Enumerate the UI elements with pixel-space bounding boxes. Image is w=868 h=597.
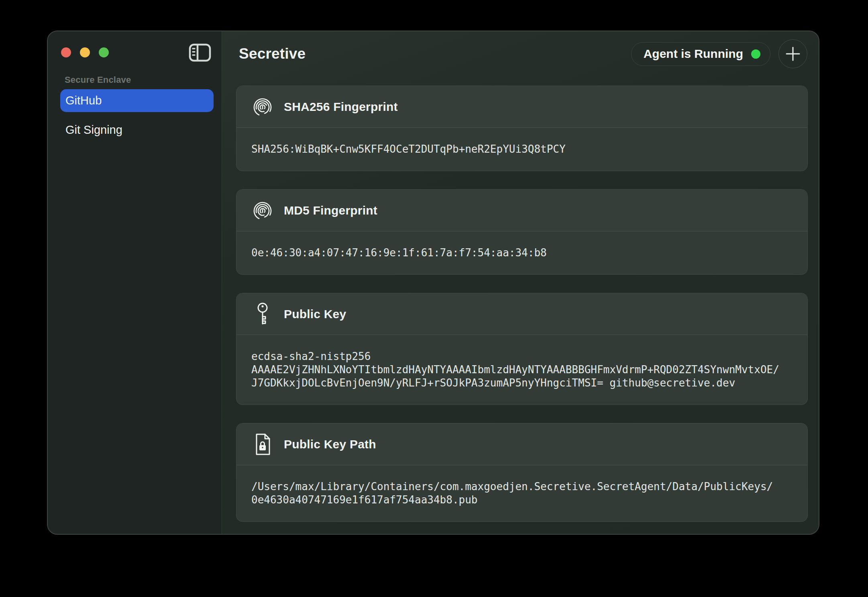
public-key-card: Public Key ecdsa-sha2-nistp256 AAAAE2VjZ… (236, 293, 808, 405)
public-key-line: AAAAE2VjZHNhLXNoYTItbmlzdHAyNTYAAAAIbmlz… (251, 363, 793, 376)
sidebar-item-github[interactable]: GitHub (60, 89, 214, 112)
main-header: Secretive Agent is Running (222, 31, 819, 67)
md5-fingerprint-card: MD5 Fingerprint 0e:46:30:a4:07:47:16:9e:… (236, 189, 808, 275)
page-title: Secretive (239, 45, 306, 62)
agent-status-label: Agent is Running (644, 47, 743, 61)
card-value: 0e:46:30:a4:07:47:16:9e:1f:61:7a:f7:54:a… (236, 231, 807, 274)
card-value: SHA256:WiBqBK+Cnw5KFF4OCeT2DUTqPb+neR2Ep… (236, 128, 807, 171)
app-window: Secure Enclave GitHub Git Signing Secret… (47, 31, 819, 535)
traffic-lights (61, 47, 109, 57)
card-title: Public Key Path (284, 438, 376, 451)
close-button[interactable] (61, 47, 71, 57)
card-title: Public Key (284, 307, 346, 321)
sidebar-item-git-signing[interactable]: Git Signing (60, 119, 214, 141)
card-title: SHA256 Fingerprint (284, 100, 398, 114)
sidebar-item-label: Git Signing (65, 123, 122, 137)
public-key-path-card: Public Key Path /Users/max/Library/Conta… (236, 423, 808, 522)
minimize-button[interactable] (80, 47, 90, 57)
agent-status-badge[interactable]: Agent is Running (631, 42, 770, 66)
sha256-fingerprint-card: SHA256 Fingerprint SHA256:WiBqBK+Cnw5KFF… (236, 86, 808, 171)
sidebar-toggle-button[interactable] (189, 42, 211, 63)
sha256-value: SHA256:WiBqBK+Cnw5KFF4OCeT2DUTqPb+neR2Ep… (251, 143, 793, 156)
sidebar-item-label: GitHub (65, 94, 102, 107)
zoom-button[interactable] (99, 47, 109, 57)
sidebar-toggle-icon (189, 43, 211, 62)
card-header: Public Key Path (236, 423, 807, 465)
sidebar-section-label: Secure Enclave (65, 75, 131, 85)
card-header: SHA256 Fingerprint (236, 86, 807, 128)
public-key-line: J7GDKkxjDOLcBvEnjOen9N/yRLFJ+rSOJkPA3zum… (251, 376, 793, 390)
card-value: /Users/max/Library/Containers/com.maxgoe… (236, 465, 807, 521)
fingerprint-icon (251, 199, 274, 222)
public-key-path-line: 0e4630a40747169e1f617af754aa34b8.pub (251, 493, 793, 507)
public-key-path-line: /Users/max/Library/Containers/com.maxgoe… (251, 480, 793, 493)
card-header: Public Key (236, 293, 807, 335)
plus-icon (785, 46, 801, 61)
card-value: ecdsa-sha2-nistp256 AAAAE2VjZHNhLXNoYTIt… (236, 335, 807, 405)
document-lock-icon (251, 433, 274, 456)
key-detail-cards: SHA256 Fingerprint SHA256:WiBqBK+Cnw5KFF… (236, 86, 808, 522)
add-key-button[interactable] (778, 39, 807, 68)
card-header: MD5 Fingerprint (236, 190, 807, 231)
main-area: Secretive Agent is Running (222, 31, 819, 534)
key-icon (251, 302, 274, 326)
md5-value: 0e:46:30:a4:07:47:16:9e:1f:61:7a:f7:54:a… (251, 246, 793, 260)
card-title: MD5 Fingerprint (284, 204, 377, 217)
public-key-line: ecdsa-sha2-nistp256 (251, 350, 793, 363)
fingerprint-icon (251, 96, 274, 118)
sidebar: Secure Enclave GitHub Git Signing (48, 31, 222, 534)
status-dot-icon (751, 49, 760, 59)
